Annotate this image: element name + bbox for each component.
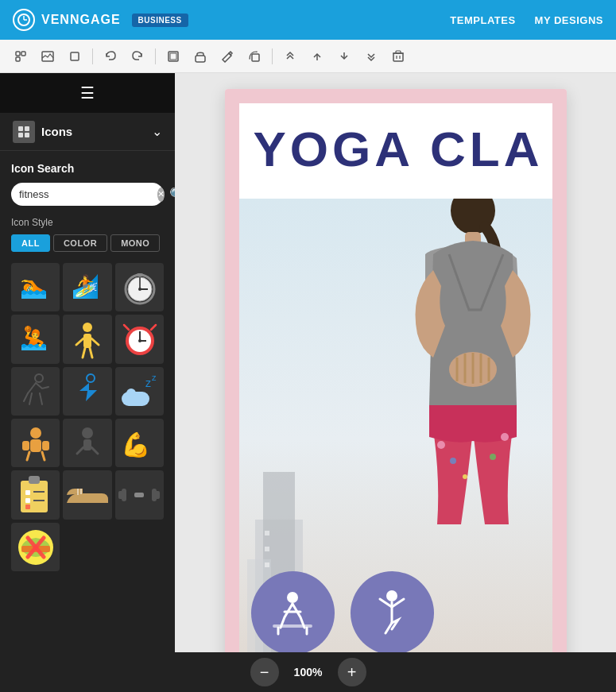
icon-item-sleep[interactable]: z z <box>115 367 164 416</box>
svg-point-42 <box>138 339 141 342</box>
toolbar <box>0 40 616 73</box>
svg-line-59 <box>77 447 83 454</box>
icon-item-bolt[interactable] <box>63 367 111 416</box>
icon-item-muscle[interactable]: 💪 <box>115 419 164 467</box>
nav-links: TEMPLATES MY DESIGNS <box>450 14 603 26</box>
sidebar-title-row: Icons ⌄ <box>0 113 175 151</box>
icon-item-clipboard[interactable] <box>11 470 60 519</box>
zoom-increase-button[interactable]: + <box>338 658 366 686</box>
send-to-back-button[interactable] <box>360 45 382 68</box>
icon-panel: Icon Search ✕ 🔍 Icon Style ALL COLOR MON… <box>0 151 175 652</box>
logo-icon <box>13 9 35 31</box>
svg-rect-7 <box>71 52 79 60</box>
canvas-card[interactable]: YOGA CLA <box>225 89 567 652</box>
svg-point-45 <box>35 374 43 382</box>
bring-to-front-button[interactable] <box>279 45 301 68</box>
svg-point-91 <box>490 454 496 460</box>
icon-item-shoe[interactable] <box>63 470 111 519</box>
svg-rect-21 <box>18 133 23 137</box>
edit-button[interactable] <box>216 45 238 68</box>
svg-point-93 <box>287 592 298 603</box>
svg-rect-73 <box>118 491 123 499</box>
svg-rect-9 <box>170 53 176 60</box>
svg-rect-75 <box>155 491 160 499</box>
delete-button[interactable] <box>387 45 409 68</box>
svg-rect-58 <box>83 439 91 450</box>
top-navigation: VENNGAGE BUSINESS TEMPLATES MY DESIGNS <box>0 0 616 40</box>
svg-rect-71 <box>134 493 144 497</box>
icon-item-alarm[interactable] <box>115 315 164 363</box>
svg-text:💪: 💪 <box>121 431 151 459</box>
svg-rect-63 <box>29 476 40 484</box>
yoga-circle-1[interactable] <box>251 571 335 652</box>
svg-rect-3 <box>16 52 20 56</box>
svg-point-32 <box>83 323 92 332</box>
crop-tool-button[interactable] <box>64 45 86 68</box>
my-designs-link[interactable]: MY DESIGNS <box>535 14 603 26</box>
svg-text:z: z <box>145 377 151 389</box>
canvas-title: YOGA CLA <box>239 122 552 176</box>
icon-item-gym2[interactable] <box>63 419 111 467</box>
style-all-button[interactable]: ALL <box>11 234 50 252</box>
image-tool-button[interactable] <box>37 45 59 68</box>
svg-point-51 <box>30 427 41 439</box>
icon-item-swim2[interactable]: 🤽 <box>11 315 60 363</box>
svg-rect-62 <box>21 481 48 512</box>
style-mono-button[interactable]: MONO <box>110 234 160 252</box>
icon-item-gym[interactable] <box>11 419 60 467</box>
frame-button[interactable] <box>162 45 184 68</box>
svg-rect-66 <box>25 498 30 503</box>
icon-item-burger-cross[interactable] <box>11 523 60 571</box>
toolbar-separator-2 <box>155 48 156 64</box>
zoom-decrease-button[interactable]: − <box>250 658 279 686</box>
svg-rect-5 <box>16 57 20 61</box>
icon-item-swim[interactable]: 🏊 <box>11 263 60 311</box>
sidebar: ☰ Icons ⌄ Icon Search ✕ 🔍 Icon <box>0 73 175 652</box>
redo-button[interactable] <box>126 45 149 68</box>
pointer-tool-button[interactable] <box>10 45 32 68</box>
svg-rect-19 <box>18 126 23 131</box>
icon-style-label: Icon Style <box>11 217 164 228</box>
style-color-button[interactable]: COLOR <box>53 234 107 252</box>
search-input[interactable] <box>19 188 153 200</box>
toolbar-separator-3 <box>272 48 273 64</box>
svg-text:🤽: 🤽 <box>20 325 48 351</box>
sidebar-collapse-chevron[interactable]: ⌄ <box>152 124 162 139</box>
search-submit-button[interactable]: 🔍 <box>169 187 175 202</box>
yoga-circle-2[interactable] <box>351 571 434 652</box>
icon-grid: 🏊 🏄 <box>11 263 164 571</box>
canvas-area: YOGA CLA <box>175 73 616 652</box>
lock-button[interactable] <box>189 45 211 68</box>
sidebar-menu-button[interactable]: ☰ <box>80 83 95 102</box>
svg-rect-22 <box>25 133 29 137</box>
svg-text:🏊: 🏊 <box>20 273 48 300</box>
svg-rect-33 <box>83 334 91 348</box>
svg-point-92 <box>463 474 467 479</box>
copy-button[interactable] <box>243 45 265 68</box>
svg-rect-53 <box>22 441 29 450</box>
sidebar-header: ☰ <box>0 73 175 113</box>
svg-point-88 <box>437 441 445 449</box>
move-up-button[interactable] <box>306 45 328 68</box>
svg-line-37 <box>90 348 92 358</box>
icon-item-run[interactable] <box>11 367 60 416</box>
move-down-button[interactable] <box>333 45 355 68</box>
svg-rect-20 <box>25 126 29 131</box>
svg-line-55 <box>27 452 29 460</box>
svg-line-36 <box>83 348 85 358</box>
svg-rect-14 <box>393 53 403 61</box>
undo-button[interactable] <box>99 45 122 68</box>
templates-link[interactable]: TEMPLATES <box>450 14 515 26</box>
icon-item-swim-wave[interactable]: 🏄 <box>63 263 111 311</box>
icon-item-person-stand[interactable] <box>63 315 111 363</box>
icon-item-stopwatch[interactable] <box>115 263 164 311</box>
svg-point-30 <box>138 288 141 291</box>
svg-point-57 <box>82 427 93 439</box>
svg-point-97 <box>386 590 397 601</box>
logo-text: VENNGAGE <box>41 13 121 27</box>
logo[interactable]: VENNGAGE BUSINESS <box>13 9 188 31</box>
svg-line-35 <box>91 338 99 345</box>
svg-rect-11 <box>252 54 259 61</box>
clear-search-button[interactable]: ✕ <box>157 187 165 202</box>
icon-item-dumbbell[interactable] <box>115 470 164 519</box>
